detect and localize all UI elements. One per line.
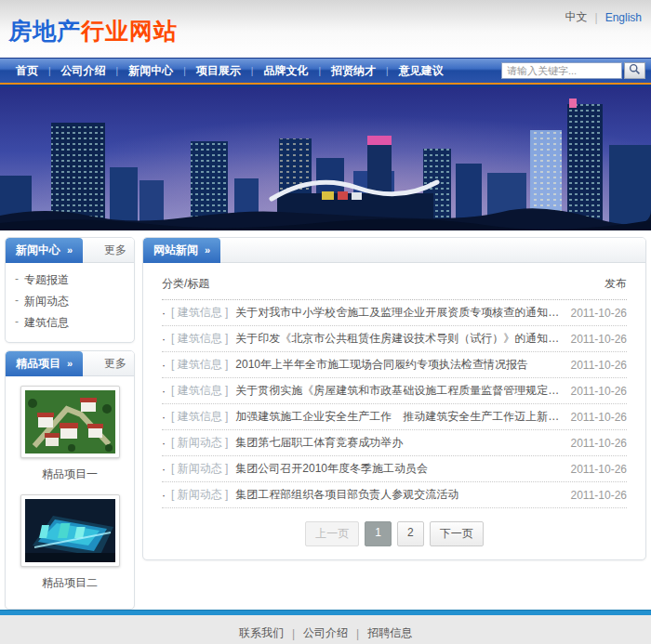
news-title-link[interactable]: 集团工程部组织各项目部负责人参观交流活动 bbox=[235, 487, 561, 503]
news-category[interactable]: [ 新闻动态 ] bbox=[171, 435, 228, 451]
footer: 联系我们|公司介绍|招聘信息 版权所有 @XXXX建站系统 公司地址：厦门软件园… bbox=[0, 610, 651, 644]
nav-item-6[interactable]: 招贤纳才 bbox=[321, 63, 386, 79]
tab-featured-projects[interactable]: 精品项目» bbox=[6, 351, 83, 376]
tab-site-news[interactable]: 网站新闻» bbox=[143, 238, 220, 263]
sidebar: 新闻中心» 更多 -专题报道-新闻动态-建筑信息 精品项目» 更多 bbox=[5, 237, 135, 610]
project-caption-2: 精品项目二 bbox=[6, 575, 134, 591]
lang-separator: | bbox=[595, 11, 598, 24]
news-date: 2011-10-26 bbox=[571, 359, 628, 372]
tab-news-center[interactable]: 新闻中心» bbox=[6, 238, 83, 263]
footer-links: 联系我们|公司介绍|招聘信息 bbox=[0, 625, 651, 641]
news-row: ·[ 新闻动态 ]集团公司召开2010年度冬季施工动员会2011-10-26 bbox=[162, 456, 627, 482]
dash-icon: - bbox=[15, 272, 19, 288]
sidebar-link-1[interactable]: -专题报道 bbox=[15, 269, 125, 291]
footer-link-1[interactable]: 联系我们 bbox=[239, 625, 284, 641]
news-row: ·[ 新闻动态 ]集团第七届职工体育竞赛成功举办2011-10-26 bbox=[162, 430, 627, 456]
footer-link-2[interactable]: 公司介绍 bbox=[303, 625, 348, 641]
hero-banner-image bbox=[0, 87, 651, 230]
content-area: 新闻中心» 更多 -专题报道-新闻动态-建筑信息 精品项目» 更多 bbox=[0, 230, 651, 610]
footer-link-3[interactable]: 招聘信息 bbox=[367, 625, 412, 641]
news-category[interactable]: [ 新闻动态 ] bbox=[171, 461, 228, 477]
news-category[interactable]: [ 建筑信息 ] bbox=[171, 305, 228, 321]
nav-item-7[interactable]: 意见建议 bbox=[389, 63, 454, 79]
pagination: 上一页12下一页 bbox=[162, 521, 627, 546]
magnifier-icon bbox=[629, 63, 641, 78]
nav-item-1[interactable]: 首页 bbox=[6, 63, 48, 79]
double-arrow-icon: » bbox=[67, 244, 73, 256]
news-date: 2011-10-26 bbox=[571, 307, 628, 320]
news-title-link[interactable]: 集团第七届职工体育竞赛成功举办 bbox=[235, 435, 561, 451]
news-title-link[interactable]: 关于对我市中小学校舍施工及监理企业开展资质专项核查的通知（转自市建委网） bbox=[235, 305, 561, 321]
news-category[interactable]: [ 建筑信息 ] bbox=[171, 357, 228, 373]
news-date: 2011-10-26 bbox=[571, 411, 628, 424]
main-nav: 首页|公司介绍|新闻中心|项目展示|品牌文化|招贤纳才|意见建议 bbox=[0, 58, 651, 83]
search-button[interactable] bbox=[624, 62, 645, 79]
pagination-page-1: 1 bbox=[365, 521, 392, 546]
news-list: 分类/标题 发布 ·[ 建筑信息 ]关于对我市中小学校舍施工及监理企业开展资质专… bbox=[143, 263, 645, 559]
nav-item-5[interactable]: 品牌文化 bbox=[253, 63, 318, 79]
news-title-link[interactable]: 2010年上半年全市施工现场合同履约专项执法检查情况报告 bbox=[235, 357, 561, 373]
news-date: 2011-10-26 bbox=[571, 385, 628, 398]
bullet-icon: · bbox=[162, 437, 166, 450]
search-bar bbox=[501, 62, 645, 79]
news-category[interactable]: [ 建筑信息 ] bbox=[171, 331, 228, 347]
pagination-next-button[interactable]: 下一页 bbox=[430, 521, 484, 546]
site-news-header: 网站新闻» bbox=[143, 238, 645, 263]
footer-separator: | bbox=[292, 627, 295, 640]
news-rows: ·[ 建筑信息 ]关于对我市中小学校舍施工及监理企业开展资质专项核查的通知（转自… bbox=[162, 300, 627, 508]
news-title-link[interactable]: 关于贯彻实施《房屋建筑和市政基础设施工程质量监督管理规定》的通知(转建设部) bbox=[235, 383, 561, 399]
header: 房地产行业网站 中文 | English bbox=[0, 0, 651, 58]
bullet-icon: · bbox=[162, 411, 166, 424]
lang-zh-link[interactable]: 中文 bbox=[565, 9, 588, 25]
site-logo: 房地产行业网站 bbox=[8, 16, 178, 46]
sidebar-link-label: 建筑信息 bbox=[24, 315, 69, 331]
news-title-link[interactable]: 集团公司召开2010年度冬季施工动员会 bbox=[235, 461, 561, 477]
dash-icon: - bbox=[15, 315, 19, 331]
bullet-icon: · bbox=[162, 359, 166, 372]
featured-projects-list: 精品项目一 精 bbox=[6, 376, 134, 609]
news-row: ·[ 建筑信息 ]关于贯彻实施《房屋建筑和市政基础设施工程质量监督管理规定》的通… bbox=[162, 378, 627, 404]
nav-item-2[interactable]: 公司介绍 bbox=[51, 63, 116, 79]
lang-en-link[interactable]: English bbox=[605, 11, 642, 24]
news-table-header: 分类/标题 发布 bbox=[162, 270, 627, 300]
news-row: ·[ 建筑信息 ]关于印发《北京市公共租赁住房建设技术导则（试行）》的通知 (转… bbox=[162, 326, 627, 352]
language-switch: 中文 | English bbox=[565, 9, 642, 25]
news-date: 2011-10-26 bbox=[571, 333, 628, 346]
news-row: ·[ 建筑信息 ]关于对我市中小学校舍施工及监理企业开展资质专项核查的通知（转自… bbox=[162, 300, 627, 326]
dash-icon: - bbox=[15, 294, 19, 309]
sidebar-link-3[interactable]: -建筑信息 bbox=[15, 312, 125, 334]
bullet-icon: · bbox=[162, 489, 166, 502]
sidebar-link-label: 新闻动态 bbox=[24, 294, 69, 309]
double-arrow-icon: » bbox=[205, 244, 210, 256]
page: 房地产行业网站 中文 | English 首页|公司介绍|新闻中心|项目展示|品… bbox=[0, 0, 651, 644]
news-title-link[interactable]: 关于印发《北京市公共租赁住房建设技术导则（试行）》的通知 (转自市建委网) bbox=[235, 331, 561, 347]
news-row: ·[ 建筑信息 ]2010年上半年全市施工现场合同履约专项执法检查情况报告201… bbox=[162, 352, 627, 378]
project-thumbnail-1[interactable] bbox=[20, 386, 120, 458]
footer-body: 联系我们|公司介绍|招聘信息 版权所有 @XXXX建站系统 公司地址：厦门软件园… bbox=[0, 615, 651, 644]
news-row: ·[ 建筑信息 ]加强建筑施工企业安全生产工作 推动建筑安全生产工作迈上新的台阶… bbox=[162, 404, 627, 430]
featured-projects-header: 精品项目» 更多 bbox=[6, 351, 134, 376]
nav-item-4[interactable]: 项目展示 bbox=[186, 63, 251, 79]
news-center-header: 新闻中心» 更多 bbox=[6, 238, 134, 263]
site-news-box: 网站新闻» 分类/标题 发布 ·[ 建筑信息 ]关于对我市中小学校舍施工及监理企… bbox=[142, 237, 646, 560]
news-title-link[interactable]: 加强建筑施工企业安全生产工作 推动建筑安全生产工作迈上新的台阶(来源：中国建设部… bbox=[235, 409, 561, 425]
bullet-icon: · bbox=[162, 385, 166, 398]
news-date: 2011-10-26 bbox=[571, 437, 628, 450]
news-category[interactable]: [ 新闻动态 ] bbox=[171, 487, 228, 503]
search-input[interactable] bbox=[501, 62, 622, 79]
project-thumbnail-2[interactable] bbox=[20, 494, 120, 567]
nav-item-3[interactable]: 新闻中心 bbox=[118, 63, 183, 79]
nav-items: 首页|公司介绍|新闻中心|项目展示|品牌文化|招贤纳才|意见建议 bbox=[6, 63, 454, 79]
featured-projects-more-link[interactable]: 更多 bbox=[104, 356, 126, 372]
bullet-icon: · bbox=[162, 463, 166, 476]
pagination-page-2[interactable]: 2 bbox=[397, 521, 424, 546]
footer-separator: | bbox=[356, 627, 359, 640]
sidebar-link-2[interactable]: -新闻动态 bbox=[15, 291, 125, 312]
project-caption-1: 精品项目一 bbox=[6, 467, 134, 482]
news-category[interactable]: [ 建筑信息 ] bbox=[171, 409, 228, 425]
news-category[interactable]: [ 建筑信息 ] bbox=[171, 383, 228, 399]
bullet-icon: · bbox=[162, 333, 166, 346]
logo-part-1: 房地产 bbox=[8, 18, 81, 44]
news-center-more-link[interactable]: 更多 bbox=[104, 243, 126, 258]
pagination-prev-button: 上一页 bbox=[305, 521, 359, 546]
